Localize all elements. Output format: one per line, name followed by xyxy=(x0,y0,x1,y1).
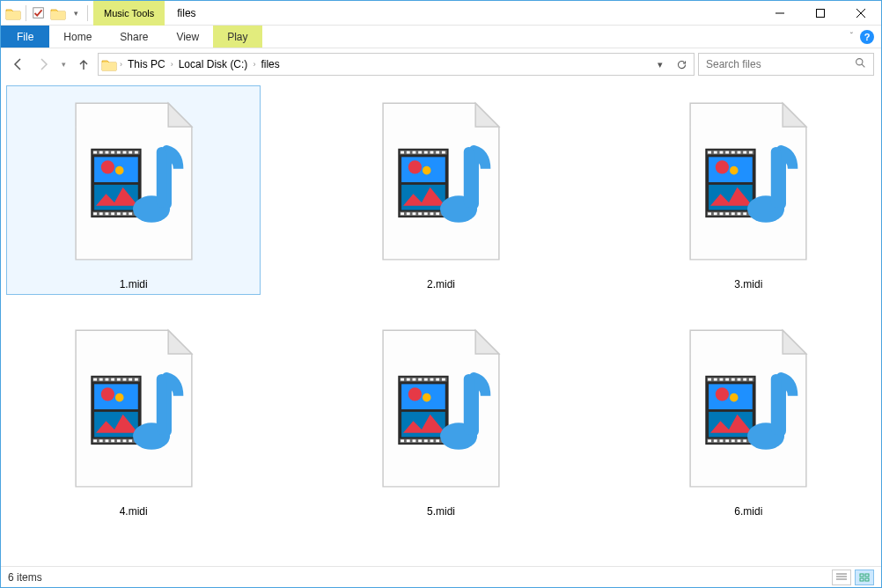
file-name-label: 1.midi xyxy=(120,278,148,290)
breadcrumb-chevron[interactable]: › xyxy=(251,60,257,69)
up-button[interactable] xyxy=(73,54,94,75)
close-button[interactable] xyxy=(841,1,881,26)
media-file-icon xyxy=(362,317,520,502)
quick-access-toolbar: ▾ xyxy=(1,1,93,25)
qa-customize-chevron[interactable]: ▾ xyxy=(69,9,84,18)
file-name-label: 6.midi xyxy=(734,505,762,518)
tab-home[interactable]: Home xyxy=(49,26,106,48)
svg-rect-35 xyxy=(865,574,869,577)
search-icon[interactable] xyxy=(855,57,866,71)
recent-locations-chevron[interactable]: ▾ xyxy=(57,54,70,75)
tab-play[interactable]: Play xyxy=(213,26,261,48)
file-explorer-window: ▾ Music Tools files File Home Share View… xyxy=(0,0,882,588)
media-file-icon xyxy=(55,90,213,275)
status-bar: 6 items xyxy=(1,566,881,587)
folder-icon[interactable] xyxy=(4,4,22,22)
refresh-button[interactable] xyxy=(671,54,692,75)
file-name-label: 2.midi xyxy=(427,278,455,290)
window-title: files xyxy=(165,1,760,25)
properties-icon[interactable] xyxy=(30,4,48,22)
navigation-bar: ▾ › This PC › Local Disk (C:) › files ▾ xyxy=(1,48,881,80)
svg-point-29 xyxy=(856,59,863,65)
address-dropdown-chevron[interactable]: ▾ xyxy=(650,54,671,75)
ribbon-expand-chevron[interactable]: ˇ xyxy=(850,32,853,41)
folder-icon[interactable] xyxy=(49,4,67,22)
back-button[interactable] xyxy=(8,54,29,75)
file-item[interactable]: 2.midi xyxy=(313,85,568,295)
file-name-label: 3.midi xyxy=(734,278,762,290)
file-item[interactable]: 6.midi xyxy=(621,312,876,522)
file-item[interactable]: 1.midi xyxy=(6,85,261,295)
svg-rect-36 xyxy=(860,578,864,581)
svg-rect-26 xyxy=(817,10,825,18)
search-input[interactable] xyxy=(706,58,855,70)
details-view-button[interactable] xyxy=(832,570,851,585)
breadcrumb-item[interactable]: This PC xyxy=(124,58,169,70)
ribbon-tabs: File Home Share View Play ˇ ? xyxy=(1,26,881,48)
window-controls xyxy=(760,1,881,25)
maximize-button[interactable] xyxy=(800,1,841,26)
file-name-label: 5.midi xyxy=(427,505,455,518)
tab-view[interactable]: View xyxy=(162,26,213,48)
svg-rect-37 xyxy=(865,578,869,581)
file-item[interactable]: 4.midi xyxy=(6,312,261,522)
file-item[interactable]: 5.midi xyxy=(313,312,568,522)
file-name-label: 4.midi xyxy=(120,505,148,518)
breadcrumb-item[interactable]: Local Disk (C:) xyxy=(175,58,252,70)
search-box[interactable] xyxy=(698,53,874,76)
tab-share[interactable]: Share xyxy=(106,26,162,48)
svg-rect-34 xyxy=(860,574,864,577)
item-count: 6 items xyxy=(8,571,42,584)
media-file-icon xyxy=(362,90,520,275)
separator xyxy=(87,5,88,21)
contextual-tab-label: Music Tools xyxy=(93,1,165,26)
file-list-pane[interactable]: 1.midi2.midi3.midi4.midi5.midi6.midi xyxy=(1,80,881,566)
folder-icon xyxy=(100,55,118,73)
media-file-icon xyxy=(55,317,213,502)
minimize-button[interactable] xyxy=(760,1,800,26)
address-bar[interactable]: › This PC › Local Disk (C:) › files ▾ xyxy=(98,53,695,76)
breadcrumb-chevron[interactable]: › xyxy=(118,60,124,69)
breadcrumb-item[interactable]: files xyxy=(257,58,283,70)
media-file-icon xyxy=(669,90,827,275)
media-file-icon xyxy=(669,317,827,502)
tab-file[interactable]: File xyxy=(1,26,49,48)
file-item[interactable]: 3.midi xyxy=(621,85,876,295)
breadcrumb-chevron[interactable]: › xyxy=(169,60,175,69)
forward-button[interactable] xyxy=(33,54,54,75)
svg-line-30 xyxy=(862,64,864,67)
help-icon[interactable]: ? xyxy=(860,30,874,44)
separator xyxy=(26,5,26,21)
title-bar: ▾ Music Tools files xyxy=(1,1,881,26)
large-icons-view-button[interactable] xyxy=(855,570,874,585)
